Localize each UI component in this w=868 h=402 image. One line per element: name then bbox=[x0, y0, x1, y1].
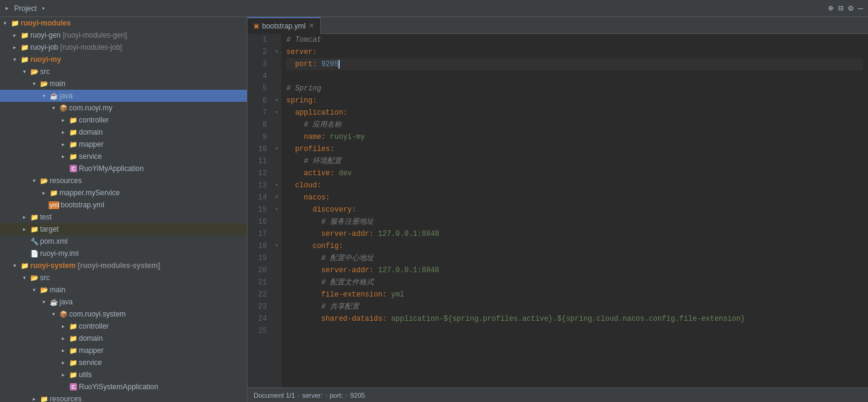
code-line-6: spring: bbox=[286, 95, 863, 107]
tree-item-mapper-myservice[interactable]: ▸ 📁 mapper.myService bbox=[0, 187, 247, 199]
arrow-icon: ▾ bbox=[39, 93, 49, 99]
status-doc: Document 1/1 bbox=[254, 392, 295, 399]
collapse-icon[interactable]: ⊟ bbox=[838, 3, 843, 13]
tree-item-com-ruoyi-system[interactable]: ▾ 📦 com.ruoyi.system bbox=[0, 308, 247, 320]
tree-item-ruoyi-system[interactable]: ▾ 📁 ruoyi-system [ruoyi-modules-system] bbox=[0, 260, 247, 272]
tree-item-test-my[interactable]: ▸ 📁 test bbox=[0, 211, 247, 223]
package-icon: 📦 bbox=[58, 310, 69, 318]
folder-icon: 📂 bbox=[39, 177, 50, 185]
tree-label: RuoYiSystemApplication bbox=[79, 383, 158, 391]
settings-icon[interactable]: ⚙ bbox=[848, 3, 853, 13]
code-line-22: file-extension: yml bbox=[286, 289, 863, 301]
tree-item-target-my[interactable]: ▸ 📁 target bbox=[0, 223, 247, 235]
tree-item-ruoyisystemapp[interactable]: C RuoYiSystemApplication bbox=[0, 381, 247, 393]
arrow-icon: ▸ bbox=[58, 372, 68, 378]
code-line-24: shared-dataids: application-${spring.pro… bbox=[286, 313, 863, 325]
dropdown-arrow[interactable]: ▾ bbox=[42, 5, 45, 12]
tree-label: main bbox=[50, 286, 66, 294]
tree-item-ruoyi-job[interactable]: ▸ 📁 ruoyi-job [ruoyi-modules-job] bbox=[0, 41, 247, 53]
folder-icon: 📁 bbox=[68, 335, 79, 343]
java-folder-icon: ☕ bbox=[49, 298, 59, 306]
folder-icon: 📁 bbox=[68, 347, 79, 355]
tree-item-java-my[interactable]: ▾ ☕ java bbox=[0, 90, 247, 102]
close-icon[interactable]: — bbox=[858, 4, 863, 13]
status-value: 9205 bbox=[350, 392, 365, 399]
tree-item-resources-system[interactable]: ▸ 📁 resources bbox=[0, 393, 247, 402]
tree-label: controller bbox=[79, 322, 109, 330]
folder-icon: 📁 bbox=[39, 395, 50, 403]
tree-item-utils-system[interactable]: ▸ 📁 utils bbox=[0, 369, 247, 381]
line-numbers: 1 2 3 4 5 6 7 8 9 10 11 12 13 14 15 16 1… bbox=[247, 34, 272, 387]
tree-item-controller-system[interactable]: ▸ 📁 controller bbox=[0, 320, 247, 332]
tree-item-resources-my[interactable]: ▾ 📂 resources bbox=[0, 175, 247, 187]
arrow-icon: ▾ bbox=[29, 287, 39, 293]
iml-icon: 📄 bbox=[29, 250, 40, 258]
tree-item-domain-system[interactable]: ▸ 📁 domain bbox=[0, 332, 247, 344]
tree-item-src-my[interactable]: ▾ 📂 src bbox=[0, 65, 247, 78]
top-bar: ▸ Project ▾ ⊕ ⊟ ⚙ — bbox=[0, 0, 868, 17]
code-line-23: # 共享配置 bbox=[286, 301, 863, 313]
tree-label: java bbox=[59, 92, 73, 100]
tab-label: bootstrap.yml bbox=[262, 22, 306, 30]
tree-item-ruoyi-modules[interactable]: ▾ 📁 ruoyi-modules bbox=[0, 17, 247, 29]
arrow-icon: ▾ bbox=[39, 299, 49, 305]
code-line-19: # 配置中心地址 bbox=[286, 252, 863, 264]
tree-label: ruoyi-modules bbox=[21, 19, 71, 27]
tree-item-mapper-system[interactable]: ▸ 📁 mapper bbox=[0, 344, 247, 357]
folder-icon: 📁 bbox=[49, 189, 59, 197]
tree-label: mapper.myService bbox=[59, 189, 119, 197]
tab-bootstrap-yml[interactable]: ▣ bootstrap.yml ✕ bbox=[247, 17, 321, 34]
folder-icon: 📁 bbox=[68, 359, 79, 367]
arrow-icon: ▾ bbox=[49, 311, 58, 317]
tree-item-java-system[interactable]: ▾ ☕ java bbox=[0, 296, 247, 308]
tree-label: mapper bbox=[79, 346, 104, 355]
class-icon: C bbox=[70, 383, 77, 390]
tree-label: utils bbox=[79, 370, 92, 379]
tree-item-main-system[interactable]: ▾ 📂 main bbox=[0, 284, 247, 296]
folder-icon: 📁 bbox=[68, 371, 79, 379]
yml-icon: yml bbox=[49, 201, 59, 209]
arrow-icon: ▸ bbox=[58, 360, 68, 366]
tree-label: resources bbox=[50, 176, 82, 185]
tree-label: domain bbox=[79, 334, 103, 343]
add-icon[interactable]: ⊕ bbox=[828, 3, 833, 13]
tree-item-src-system[interactable]: ▾ 📂 src bbox=[0, 272, 247, 284]
code-line-1: # Tomcat bbox=[286, 34, 863, 46]
code-line-15: discovery: bbox=[286, 204, 863, 216]
tree-item-controller-my[interactable]: ▸ 📁 controller bbox=[0, 114, 247, 126]
arrow-icon: ▸ bbox=[10, 44, 19, 50]
code-line-18: config: bbox=[286, 240, 863, 252]
tab-close-button[interactable]: ✕ bbox=[309, 22, 314, 30]
tree-item-mapper-my[interactable]: ▸ 📁 mapper bbox=[0, 138, 247, 150]
tree-item-pom-my[interactable]: 🔧 pom.xml bbox=[0, 235, 247, 247]
tree-item-bootstrap-yml[interactable]: yml bootstrap.yml bbox=[0, 199, 247, 211]
tree-item-main-my[interactable]: ▾ 📂 main bbox=[0, 78, 247, 90]
tree-item-service-system[interactable]: ▸ 📁 service bbox=[0, 357, 247, 369]
tree-item-service-my[interactable]: ▸ 📁 service bbox=[0, 150, 247, 162]
gutter: ▾ ▾ ▾ ▾ ▾ ▾ ▾ ▾ bbox=[272, 34, 281, 387]
tab-bar: ▣ bootstrap.yml ✕ bbox=[247, 17, 868, 34]
tree-label: test bbox=[40, 213, 52, 221]
tree-item-iml-my[interactable]: 📄 ruoyi-my.iml bbox=[0, 247, 247, 260]
tree-item-com-ruoyi-my[interactable]: ▾ 📦 com.ruoyi.my bbox=[0, 102, 247, 114]
arrow-icon: ▸ bbox=[19, 226, 29, 232]
project-tree: ▾ 📁 ruoyi-modules ▸ 📁 ruoyi-gen [ruoyi-m… bbox=[0, 17, 247, 402]
arrow-icon: ▸ bbox=[19, 214, 29, 220]
folder-icon: 📁 bbox=[19, 262, 30, 270]
tree-item-ruoyi-gen[interactable]: ▸ 📁 ruoyi-gen [ruoyi-modules-gen] bbox=[0, 29, 247, 41]
folder-icon: 📂 bbox=[39, 286, 50, 294]
project-icon: ▸ bbox=[5, 4, 9, 13]
code-line-10: profiles: bbox=[286, 143, 863, 155]
tree-label: com.ruoyi.system bbox=[69, 310, 126, 318]
tree-item-ruoyimyapp[interactable]: C RuoYiMyApplication bbox=[0, 162, 247, 175]
code-line-4 bbox=[286, 70, 863, 82]
code-content[interactable]: # Tomcat server: port: 9205 # Spring spr… bbox=[281, 34, 868, 387]
tree-item-domain-my[interactable]: ▸ 📁 domain bbox=[0, 126, 247, 138]
tree-item-ruoyi-my[interactable]: ▾ 📁 ruoyi-my bbox=[0, 53, 247, 65]
arrow-icon: ▸ bbox=[10, 32, 19, 38]
code-line-13: cloud: bbox=[286, 179, 863, 192]
folder-icon: 📁 bbox=[19, 32, 30, 39]
folder-icon: 📁 bbox=[68, 323, 79, 330]
package-icon: 📦 bbox=[58, 104, 69, 112]
code-editor[interactable]: 1 2 3 4 5 6 7 8 9 10 11 12 13 14 15 16 1… bbox=[247, 34, 868, 387]
